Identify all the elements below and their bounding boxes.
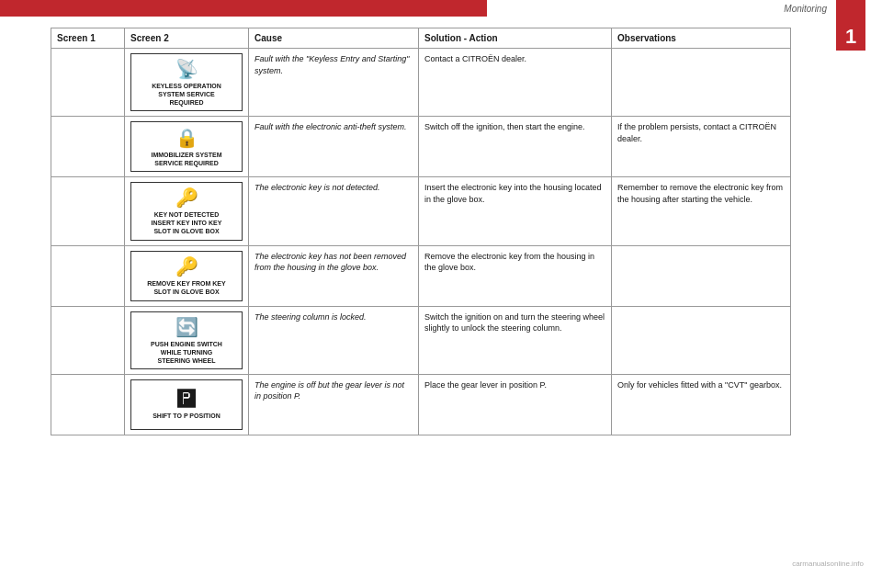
col-header-observations: Observations [612,28,791,49]
col-header-screen2: Screen 2 [125,28,249,49]
main-table: Screen 1 Screen 2 Cause Solution - Actio… [51,28,791,435]
screen2-display: 🅿 SHIFT TO P POSITION [130,379,243,430]
screen2-icon: 🔑 [175,255,198,277]
col-header-screen1: Screen 1 [51,28,125,49]
table-row: 🔑 REMOVE KEY FROM KEYSLOT IN GLOVE BOX T… [51,245,791,306]
cell-solution: Switch off the ignition, then start the … [419,117,612,177]
cell-solution: Place the gear lever in position P. [419,374,612,435]
screen2-icon: 🔑 [175,187,198,209]
screen2-display: 🔑 REMOVE KEY FROM KEYSLOT IN GLOVE BOX [130,251,243,301]
cell-observations: Remember to remove the electronic key fr… [612,177,791,245]
screen2-label: PUSH ENGINE SWITCHWHILE TURNINGSTEERING … [151,340,222,365]
screen2-icon: 🔒 [175,127,198,149]
screen2-icon: 🔄 [175,316,198,338]
screen2-label: SHIFT TO P POSITION [153,412,220,420]
cell-screen1 [51,374,125,435]
screen2-label: REMOVE KEY FROM KEYSLOT IN GLOVE BOX [147,279,225,296]
cell-screen1 [51,306,125,374]
cell-cause: Fault with the electronic anti-theft sys… [249,117,419,177]
col-header-cause: Cause [249,28,419,49]
cell-solution: Contact a CITROËN dealer. [419,49,612,117]
cell-observations [612,306,791,374]
cell-solution: Insert the electronic key into the housi… [419,177,612,245]
cell-screen1 [51,49,125,117]
screen2-label: IMMOBILIZER SYSTEMSERVICE REQUIRED [152,151,222,167]
cell-screen2: 🅿 SHIFT TO P POSITION [125,374,249,435]
table-row: 🅿 SHIFT TO P POSITION The engine is off … [51,374,791,435]
cell-solution: Remove the electronic key from the housi… [419,245,612,306]
cell-screen2: 🔑 KEY NOT DETECTEDINSERT KEY INTO KEYSLO… [125,177,249,245]
screen2-label: KEY NOT DETECTEDINSERT KEY INTO KEYSLOT … [152,210,222,235]
screen2-icon: 📡 [175,58,198,80]
table-row: 🔒 IMMOBILIZER SYSTEMSERVICE REQUIRED Fau… [51,117,791,177]
cell-observations [612,49,791,117]
cell-screen1 [51,245,125,306]
screen2-icon: 🅿 [177,389,196,410]
watermark: carmanualsonline.info [792,560,864,568]
page-number-box: 1 [836,0,865,51]
cell-observations [612,245,791,306]
cell-screen1 [51,117,125,177]
cell-screen2: 🔒 IMMOBILIZER SYSTEMSERVICE REQUIRED [125,117,249,177]
cell-screen2: 🔑 REMOVE KEY FROM KEYSLOT IN GLOVE BOX [125,245,249,306]
cell-cause: The steering column is locked. [249,306,419,374]
screen2-display: 📡 KEYLESS OPERATIONSYSTEM SERVICEREQUIRE… [130,53,243,111]
screen2-label: KEYLESS OPERATIONSYSTEM SERVICEREQUIRED [152,82,221,107]
cell-cause: The electronic key is not detected. [249,177,419,245]
cell-observations: If the problem persists, contact a CITRO… [612,117,791,177]
cell-screen1 [51,177,125,245]
page-number: 1 [845,27,856,47]
screen2-display: 🔑 KEY NOT DETECTEDINSERT KEY INTO KEYSLO… [130,182,243,240]
table-row: 📡 KEYLESS OPERATIONSYSTEM SERVICEREQUIRE… [51,49,791,117]
screen2-display: 🔒 IMMOBILIZER SYSTEMSERVICE REQUIRED [130,121,243,172]
cell-screen2: 📡 KEYLESS OPERATIONSYSTEM SERVICEREQUIRE… [125,49,249,117]
cell-observations: Only for vehicles fitted with a "CVT" ge… [612,374,791,435]
page-label: Monitoring [784,4,827,14]
header-red-bar [0,0,487,17]
col-header-solution: Solution - Action [419,28,612,49]
cell-cause: The electronic key has not been removed … [249,245,419,306]
table-row: 🔄 PUSH ENGINE SWITCHWHILE TURNINGSTEERIN… [51,306,791,374]
cell-cause: The engine is off but the gear lever is … [249,374,419,435]
cell-solution: Switch the ignition on and turn the stee… [419,306,612,374]
screen2-display: 🔄 PUSH ENGINE SWITCHWHILE TURNINGSTEERIN… [130,311,243,369]
cell-cause: Fault with the "Keyless Entry and Starti… [249,49,419,117]
cell-screen2: 🔄 PUSH ENGINE SWITCHWHILE TURNINGSTEERIN… [125,306,249,374]
table-row: 🔑 KEY NOT DETECTEDINSERT KEY INTO KEYSLO… [51,177,791,245]
